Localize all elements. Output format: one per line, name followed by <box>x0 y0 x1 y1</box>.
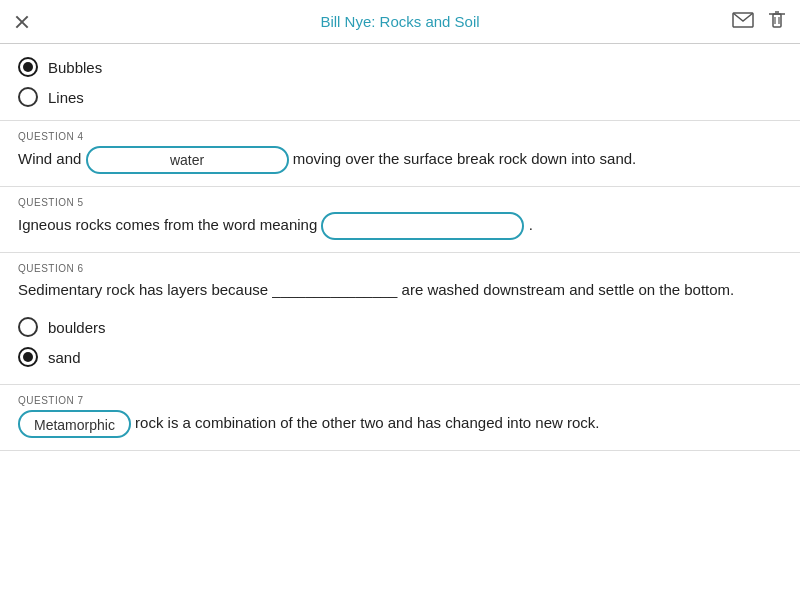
svg-rect-1 <box>773 14 781 27</box>
q5-text: Igneous rocks comes from the word meanin… <box>18 212 782 240</box>
q7-label: QUESTION 7 <box>18 395 782 406</box>
q6-text: Sedimentary rock has layers because ____… <box>18 278 782 302</box>
radio-lines[interactable] <box>18 87 38 107</box>
q6-label: QUESTION 6 <box>18 263 782 274</box>
header-right <box>728 8 788 35</box>
q6-sand-label: sand <box>48 349 81 366</box>
q5-text-before: Igneous rocks comes from the word meanin… <box>18 216 317 233</box>
q6-boulders-label: boulders <box>48 319 106 336</box>
q7-text-after: rock is a combination of the other two a… <box>135 414 599 431</box>
question-5-section: QUESTION 5 Igneous rocks comes from the … <box>0 187 800 253</box>
radio-boulders[interactable] <box>18 317 38 337</box>
trash-button[interactable] <box>766 8 788 35</box>
q4-text: Wind and moving over the surface break r… <box>18 146 782 174</box>
header-left <box>12 12 72 32</box>
question-4-section: QUESTION 4 Wind and moving over the surf… <box>0 121 800 187</box>
q4-label: QUESTION 4 <box>18 131 782 142</box>
option-lines-label: Lines <box>48 89 84 106</box>
mail-button[interactable] <box>730 10 756 33</box>
q7-token[interactable]: Metamorphic <box>18 410 131 438</box>
q6-option-boulders[interactable]: boulders <box>18 312 782 342</box>
q4-input[interactable] <box>86 146 289 174</box>
radio-sand[interactable] <box>18 347 38 367</box>
question-6-section: QUESTION 6 Sedimentary rock has layers b… <box>0 253 800 385</box>
content-area: Bubbles Lines QUESTION 4 Wind and moving… <box>0 44 800 600</box>
q5-input[interactable] <box>321 212 524 240</box>
close-icon[interactable] <box>12 12 32 32</box>
option-bubbles[interactable]: Bubbles <box>18 52 782 82</box>
option-bubbles-label: Bubbles <box>48 59 102 76</box>
question-7-section: QUESTION 7 Metamorphic rock is a combina… <box>0 385 800 451</box>
q4-text-before: Wind and <box>18 150 81 167</box>
q6-option-sand[interactable]: sand <box>18 342 782 372</box>
option-lines[interactable]: Lines <box>18 82 782 112</box>
q5-label: QUESTION 5 <box>18 197 782 208</box>
header-title: Bill Nye: Rocks and Soil <box>72 13 728 30</box>
top-radio-section: Bubbles Lines <box>0 44 800 121</box>
q4-text-after: moving over the surface break rock down … <box>293 150 637 167</box>
header: Bill Nye: Rocks and Soil <box>0 0 800 44</box>
radio-bubbles[interactable] <box>18 57 38 77</box>
q7-text: Metamorphic rock is a combination of the… <box>18 410 782 438</box>
q5-text-after: . <box>529 216 533 233</box>
